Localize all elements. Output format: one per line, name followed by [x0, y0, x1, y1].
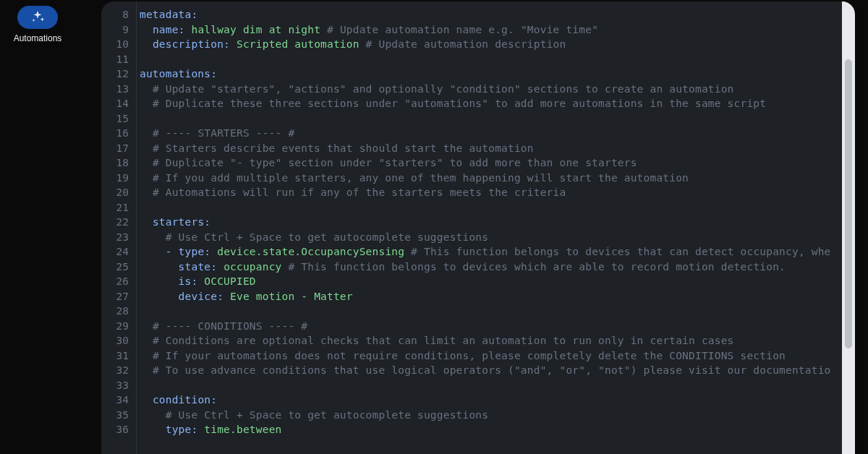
- code-line[interactable]: # Duplicate "- type" section under "star…: [140, 155, 842, 171]
- line-number: 14: [101, 96, 136, 111]
- code-line[interactable]: [140, 304, 842, 319]
- code-line[interactable]: metadata:: [140, 7, 842, 22]
- line-number: 18: [101, 155, 136, 171]
- code-editor[interactable]: 8910111213141516171819202122232425262728…: [101, 1, 855, 454]
- code-line[interactable]: # Automations will run if any of the sta…: [140, 185, 842, 200]
- line-number: 30: [101, 333, 136, 348]
- code-line[interactable]: # ---- STARTERS ---- #: [140, 126, 842, 141]
- line-number: 36: [101, 422, 136, 437]
- line-number: 22: [101, 215, 136, 230]
- line-number: 27: [101, 289, 136, 304]
- line-number: 8: [101, 7, 136, 22]
- code-line[interactable]: starters:: [140, 215, 842, 230]
- code-line[interactable]: name: hallway dim at night # Update auto…: [140, 22, 842, 38]
- line-number: 20: [101, 185, 136, 200]
- line-number: 32: [101, 363, 136, 378]
- sidebar: Automations: [0, 0, 75, 454]
- line-number: 17: [101, 141, 136, 156]
- line-number: 24: [101, 244, 136, 260]
- line-number: 23: [101, 230, 136, 245]
- gutter-border: [136, 1, 137, 454]
- line-number: 29: [101, 319, 136, 334]
- code-line[interactable]: automations:: [140, 67, 842, 82]
- code-line[interactable]: # Starters describe events that should s…: [140, 141, 842, 156]
- scrollbar[interactable]: [842, 1, 855, 454]
- line-number: 16: [101, 126, 136, 141]
- code-line[interactable]: device: Eve motion - Matter: [140, 289, 842, 304]
- scrollbar-thumb[interactable]: [845, 59, 852, 348]
- line-number: 35: [101, 408, 136, 423]
- code-line[interactable]: # Duplicate these three sections under "…: [140, 96, 842, 111]
- line-number: 28: [101, 304, 136, 319]
- line-number: 15: [101, 111, 136, 127]
- code-line[interactable]: [140, 378, 842, 393]
- code-line[interactable]: is: OCCUPIED: [140, 274, 842, 289]
- code-line[interactable]: # If you add multiple starters, any one …: [140, 171, 842, 186]
- line-number: 33: [101, 378, 136, 393]
- line-number: 31: [101, 348, 136, 364]
- code-line[interactable]: [140, 200, 842, 215]
- line-number: 11: [101, 52, 136, 67]
- line-number: 9: [101, 22, 136, 38]
- code-line[interactable]: # To use advance conditions that use log…: [140, 363, 842, 378]
- line-gutter: 8910111213141516171819202122232425262728…: [101, 1, 136, 454]
- sidebar-item-automations[interactable]: Automations: [0, 3, 75, 46]
- sparkle-icon: [17, 6, 58, 29]
- code-area[interactable]: metadata: name: hallway dim at night # U…: [140, 1, 842, 454]
- line-number: 12: [101, 67, 136, 82]
- code-line[interactable]: [140, 52, 842, 67]
- code-line[interactable]: type: time.between: [140, 422, 842, 437]
- line-number: 21: [101, 200, 136, 215]
- code-line[interactable]: state: occupancy # This function belongs…: [140, 260, 842, 275]
- code-line[interactable]: [140, 111, 842, 127]
- line-number: 26: [101, 274, 136, 289]
- line-number: 13: [101, 82, 136, 97]
- sidebar-item-label: Automations: [14, 33, 62, 43]
- editor-wrap: 8910111213141516171819202122232425262728…: [75, 1, 868, 454]
- code-line[interactable]: # Use Ctrl + Space to get autocomplete s…: [140, 408, 842, 423]
- line-number: 10: [101, 37, 136, 52]
- code-line[interactable]: # ---- CONDITIONS ---- #: [140, 319, 842, 334]
- code-line[interactable]: - type: device.state.OccupancySensing # …: [140, 244, 842, 260]
- code-line[interactable]: # If your automations does not require c…: [140, 348, 842, 364]
- code-line[interactable]: # Update "starters", "actions" and optio…: [140, 82, 842, 97]
- line-number: 25: [101, 260, 136, 275]
- code-line[interactable]: # Use Ctrl + Space to get autocomplete s…: [140, 230, 842, 245]
- line-number: 34: [101, 393, 136, 408]
- code-line[interactable]: condition:: [140, 393, 842, 408]
- code-line[interactable]: description: Scripted automation # Updat…: [140, 37, 842, 52]
- code-line[interactable]: # Conditions are optional checks that ca…: [140, 333, 842, 348]
- line-number: 19: [101, 171, 136, 186]
